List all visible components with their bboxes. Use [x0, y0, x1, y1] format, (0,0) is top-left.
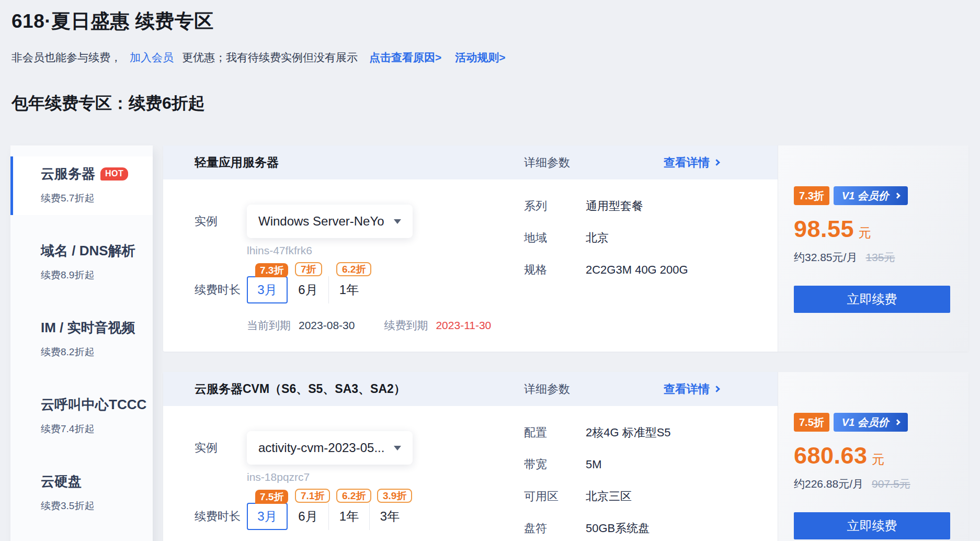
price-amount: 98.55 元 — [794, 216, 950, 243]
current-expire-date: 2023-08-30 — [299, 319, 355, 332]
card-main: 云服务器CVM（S6、S5、SA3、SA2） 详细参数 查看详情 实例 — [163, 372, 778, 541]
section-title: 包年续费专区：续费6折起 — [12, 92, 968, 115]
view-reason-link[interactable]: 点击查看原因> — [369, 50, 441, 65]
sidebar-item-discount: 续费8.9折起 — [41, 268, 153, 282]
sidebar-item-cloud-disk[interactable]: 云硬盘 续费3.5折起 — [10, 464, 153, 523]
spec-row: 盘符 50GB系统盘 — [524, 521, 671, 536]
content-area: 云服务器 HOT 续费5.7折起 域名 / DNS解析 续费8.9折起 IM /… — [10, 145, 968, 541]
product-card-cvm: 云服务器CVM（S6、S5、SA3、SA2） 详细参数 查看详情 实例 — [163, 372, 968, 541]
renew-now-button[interactable]: 立即续费 — [794, 512, 950, 539]
monthly-price: 约32.85元/月 — [794, 250, 857, 265]
current-expire-label: 当前到期 — [247, 318, 291, 333]
chevron-right-icon — [894, 419, 900, 425]
params-label: 详细参数 — [524, 381, 570, 397]
renewal-promo-page: 618·夏日盛惠 续费专区 非会员也能参与续费， 加入会员 更优惠；我有待续费实… — [0, 0, 980, 541]
discount-badge: 7.1折 — [295, 489, 330, 503]
discount-badge: 7.3折 — [255, 263, 288, 277]
discount-badge: 6.2折 — [336, 262, 371, 276]
sidebar-item-label: 云硬盘 — [41, 472, 82, 491]
view-detail-link[interactable]: 查看详情 — [664, 155, 719, 171]
original-price: 907.5元 — [872, 477, 910, 491]
card-main: 轻量应用服务器 详细参数 查看详情 实例 Windows Ser — [163, 145, 778, 352]
instance-id: lhins-47fkfrk6 — [195, 244, 532, 257]
price-panel: 7.5折 V1 会员价 680.63 元 约226.88元/月 907.5元 — [778, 372, 968, 541]
card-title: 云服务器CVM（S6、S5、SA3、SA2） — [195, 381, 406, 397]
spec-row: 系列 通用型套餐 — [524, 198, 688, 214]
duration-tab-6month[interactable]: 7.1折 6月 — [288, 503, 328, 530]
sidebar-item-domain-dns[interactable]: 域名 / DNS解析 续费8.9折起 — [10, 233, 153, 292]
join-member-link[interactable]: 加入会员 — [130, 50, 174, 65]
duration-label: 续费时长 — [195, 282, 247, 298]
spec-row: 配置 2核4G 标准型S5 — [524, 425, 671, 441]
renew-expire-date: 2023-11-30 — [436, 319, 491, 332]
duration-label: 续费时长 — [195, 509, 247, 524]
spec-row: 地域 北京 — [524, 230, 688, 246]
instance-column: 实例 activity-cvm-2023-05... ins-18pqzrc7 … — [195, 431, 532, 530]
duration-tab-6month[interactable]: 7折 6月 — [288, 276, 328, 303]
sidebar-item-im-trtc[interactable]: IM / 实时音视频 续费8.2折起 — [10, 310, 153, 369]
renew-now-button[interactable]: 立即续费 — [794, 286, 950, 313]
duration-tab-3month[interactable]: 7.5折 3月 — [247, 503, 288, 530]
sidebar-item-cloud-server[interactable]: 云服务器 HOT 续费5.7折起 — [10, 156, 153, 215]
page-title: 618·夏日盛惠 续费专区 — [12, 8, 968, 35]
card-body: 实例 activity-cvm-2023-05... ins-18pqzrc7 … — [163, 406, 778, 541]
chevron-right-icon — [713, 386, 720, 392]
spec-column: 配置 2核4G 标准型S5 带宽 5M 可用区 北京三区 — [524, 425, 671, 541]
view-detail-link[interactable]: 查看详情 — [664, 381, 719, 397]
duration-tab-1year[interactable]: 6.2折 1年 — [328, 276, 369, 303]
duration-tab-3month[interactable]: 7.3折 3月 — [247, 276, 288, 303]
price-panel: 7.3折 V1 会员价 98.55 元 约32.85元/月 135元 — [778, 145, 968, 352]
discount-badge: 7.5折 — [255, 490, 288, 504]
card-title: 轻量应用服务器 — [195, 154, 279, 171]
subtitle-row: 非会员也能参与续费， 加入会员 更优惠；我有待续费实例但没有展示 点击查看原因>… — [12, 50, 968, 65]
spec-row: 带宽 5M — [524, 457, 671, 472]
instance-column: 实例 Windows Server-NeYo lhins-47fkfrk6 续费… — [195, 205, 532, 333]
sidebar-item-tccc[interactable]: 云呼叫中心TCCC 续费7.4折起 — [10, 387, 153, 446]
product-card-list: 轻量应用服务器 详细参数 查看详情 实例 Windows Ser — [163, 145, 968, 541]
instance-select[interactable]: Windows Server-NeYo — [247, 205, 413, 238]
hot-badge: HOT — [100, 167, 128, 181]
price-monthly-row: 约32.85元/月 135元 — [794, 250, 950, 265]
duration-tabs: 7.5折 3月 7.1折 6月 6.2折 1年 — [247, 503, 410, 530]
sidebar-item-discount: 续费8.2折起 — [41, 345, 153, 359]
spec-row: 可用区 北京三区 — [524, 489, 671, 504]
params-label: 详细参数 — [524, 155, 570, 171]
renew-expire-label: 续费到期 — [384, 318, 428, 333]
sidebar-item-discount: 续费7.4折起 — [41, 422, 153, 436]
sidebar-item-label: IM / 实时音视频 — [41, 319, 135, 337]
card-header: 轻量应用服务器 详细参数 查看详情 — [163, 145, 778, 179]
original-price: 135元 — [865, 250, 895, 265]
price-discount-badge: 7.5折 — [794, 413, 829, 432]
vip-price-badge[interactable]: V1 会员价 — [834, 413, 908, 432]
card-header: 云服务器CVM（S6、S5、SA3、SA2） 详细参数 查看详情 — [163, 372, 778, 406]
activity-rules-link[interactable]: 活动规则> — [455, 50, 505, 65]
price-monthly-row: 约226.88元/月 907.5元 — [794, 477, 950, 491]
sidebar-item-discount: 续费3.5折起 — [41, 499, 153, 513]
instance-label: 实例 — [195, 440, 247, 456]
chevron-right-icon — [894, 193, 900, 198]
expire-dates-row: 当前到期 2023-08-30 续费到期 2023-11-30 — [195, 318, 532, 333]
price-amount: 680.63 元 — [794, 442, 950, 469]
duration-tab-3year[interactable]: 3.9折 3年 — [369, 503, 410, 530]
sidebar-item-label: 域名 / DNS解析 — [41, 242, 135, 260]
instance-select[interactable]: activity-cvm-2023-05... — [247, 431, 413, 465]
subtitle-mid: 更优惠；我有待续费实例但没有展示 — [182, 50, 358, 65]
product-card-lighthouse: 轻量应用服务器 详细参数 查看详情 实例 Windows Ser — [163, 145, 968, 352]
discount-badge: 3.9折 — [377, 489, 412, 503]
sidebar-item-discount: 续费5.7折起 — [41, 191, 153, 205]
spec-row: 规格 2C2G3M 40G 200G — [524, 262, 688, 278]
caret-down-icon — [394, 219, 401, 224]
price-discount-badge: 7.3折 — [794, 186, 829, 205]
sidebar-item-label: 云呼叫中心TCCC — [41, 396, 146, 414]
discount-badge: 7折 — [295, 262, 322, 276]
duration-tab-1year[interactable]: 6.2折 1年 — [328, 503, 369, 530]
instance-id: ins-18pqzrc7 — [195, 471, 532, 483]
monthly-price: 约226.88元/月 — [794, 477, 863, 491]
subtitle-prefix: 非会员也能参与续费， — [12, 50, 121, 65]
duration-tabs: 7.3折 3月 7折 6月 6.2折 1年 — [247, 276, 369, 303]
spec-column: 系列 通用型套餐 地域 北京 规格 2C2G3M 40G 200G — [524, 198, 688, 294]
vip-price-badge[interactable]: V1 会员价 — [834, 186, 908, 205]
sidebar-item-label: 云服务器 — [41, 165, 95, 183]
category-sidebar: 云服务器 HOT 续费5.7折起 域名 / DNS解析 续费8.9折起 IM /… — [10, 145, 153, 541]
discount-badge: 6.2折 — [336, 489, 371, 503]
